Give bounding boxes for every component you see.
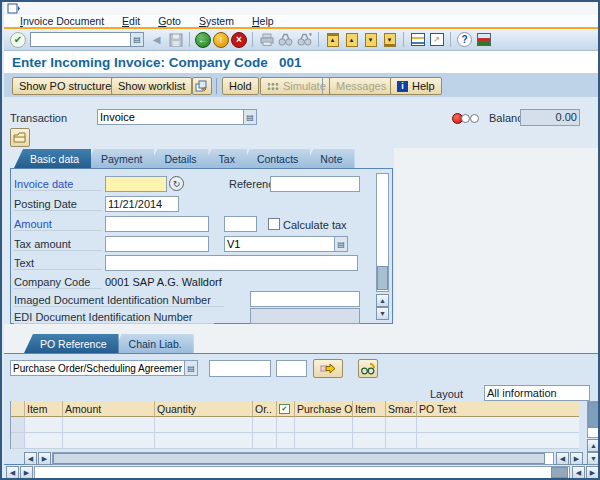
- tree-on-off-button[interactable]: [10, 128, 30, 147]
- page-up-icon[interactable]: ▲: [346, 33, 358, 47]
- posting-date-input[interactable]: [105, 196, 179, 212]
- basic-data-vscrollbar-thumb[interactable]: [377, 266, 388, 290]
- table-vscrollbar-thumb[interactable]: [588, 402, 599, 428]
- tax-amount-input[interactable]: [105, 236, 209, 252]
- edi-doc-label: EDI Document Identification Number: [14, 311, 214, 324]
- header-item2[interactable]: Item: [353, 401, 386, 417]
- adopt-button[interactable]: [313, 359, 343, 378]
- header-or[interactable]: Or..: [253, 401, 277, 417]
- transaction-input[interactable]: [97, 109, 243, 125]
- window-hscrollbar-thumb[interactable]: [551, 467, 568, 478]
- scroll-down-icon[interactable]: ▼: [376, 307, 389, 320]
- table-scroll-right-icon[interactable]: ▶: [38, 452, 51, 465]
- tab-details[interactable]: Details: [148, 149, 208, 168]
- menu-invoice-document[interactable]: Invoice Document: [20, 15, 104, 27]
- tax-code-input[interactable]: [224, 236, 334, 252]
- background-area: [394, 148, 600, 334]
- header-smar[interactable]: Smar..: [386, 401, 417, 417]
- save-icon[interactable]: [167, 31, 184, 48]
- last-page-icon[interactable]: ▼: [384, 33, 396, 47]
- reference-input[interactable]: [270, 176, 360, 192]
- back-icon[interactable]: ←: [195, 32, 211, 48]
- header-amount[interactable]: Amount: [63, 401, 155, 417]
- messages-button[interactable]: Messages: [329, 77, 393, 95]
- print-icon[interactable]: [258, 31, 275, 48]
- table-scroll-up-icon[interactable]: ▲: [587, 439, 600, 452]
- page-down-icon[interactable]: ▼: [365, 33, 377, 47]
- command-input[interactable]: [30, 32, 130, 47]
- first-page-icon[interactable]: ▲: [327, 33, 339, 47]
- po-selector-combo[interactable]: ▤: [10, 360, 198, 376]
- calculate-tax-checkbox[interactable]: [268, 218, 280, 230]
- menu-goto[interactable]: Goto: [158, 15, 181, 27]
- cancel-icon[interactable]: ×: [231, 32, 247, 48]
- exit-icon[interactable]: ↑: [213, 32, 229, 48]
- header-selection-column[interactable]: [11, 401, 25, 417]
- help-icon[interactable]: ?: [457, 32, 472, 47]
- invoice-date-input[interactable]: [105, 176, 167, 192]
- text-label: Text: [14, 257, 102, 270]
- find-icon[interactable]: [277, 31, 294, 48]
- menu-edit[interactable]: Edit: [122, 15, 140, 27]
- window-scroll-right2-icon[interactable]: ▶: [586, 466, 599, 479]
- tab-payment[interactable]: Payment: [85, 149, 154, 168]
- screen-title-bar: Enter Incoming Invoice: Company Code 001: [4, 50, 600, 73]
- tab-basic-data[interactable]: Basic data: [14, 149, 91, 168]
- window-titlebar: [4, 2, 600, 15]
- tab-tax[interactable]: Tax: [203, 149, 247, 168]
- show-po-structure-button[interactable]: Show PO structure: [12, 77, 118, 95]
- header-purchase-o[interactable]: Purchase O..: [295, 401, 353, 417]
- table-scroll-down-icon[interactable]: ▼: [587, 452, 600, 465]
- header-item[interactable]: Item: [25, 401, 63, 417]
- transaction-label: Transaction: [10, 112, 67, 124]
- transaction-dropdown-icon[interactable]: ▤: [243, 109, 257, 125]
- po-selector-dropdown-icon[interactable]: ▤: [184, 360, 198, 376]
- header-po-text[interactable]: PO Text: [417, 401, 579, 417]
- table-scroll-left2-icon[interactable]: ◀: [556, 452, 569, 465]
- worklist-detail-button[interactable]: [192, 77, 212, 95]
- tab-po-reference[interactable]: PO Reference: [24, 334, 119, 353]
- tab-contacts[interactable]: Contacts: [241, 149, 310, 168]
- help-button[interactable]: i Help: [390, 77, 442, 95]
- window-scroll-right-icon[interactable]: ▶: [20, 466, 33, 479]
- find-next-icon[interactable]: [296, 31, 313, 48]
- layout-input[interactable]: [484, 385, 590, 401]
- collapse-icon[interactable]: ◀: [148, 31, 165, 48]
- customize-icon[interactable]: [477, 33, 491, 46]
- transaction-combo[interactable]: ▤: [97, 109, 257, 125]
- company-code-value: 0001 SAP A.G. Walldorf: [105, 276, 222, 288]
- po-selector-input[interactable]: [10, 360, 184, 376]
- search-help-button[interactable]: [358, 359, 378, 378]
- show-worklist-button[interactable]: Show worklist: [111, 77, 192, 95]
- table-scroll-right2-icon[interactable]: ▶: [570, 452, 583, 465]
- table-row[interactable]: [11, 433, 579, 449]
- imaged-doc-input[interactable]: [250, 291, 360, 307]
- amount-input[interactable]: [105, 216, 209, 232]
- text-input[interactable]: [105, 255, 358, 271]
- tab-chain-liab[interactable]: Chain Liab.: [113, 334, 194, 353]
- shortcut-icon[interactable]: ↗: [430, 33, 444, 46]
- table-scroll-left-icon[interactable]: ◀: [24, 452, 37, 465]
- tab-note[interactable]: Note: [304, 149, 354, 168]
- tax-code-combo[interactable]: ▤: [224, 236, 348, 252]
- date-picker-icon[interactable]: ↻: [169, 176, 184, 191]
- enter-icon[interactable]: ✔: [10, 32, 26, 48]
- table-hscrollbar-thumb[interactable]: [53, 453, 545, 464]
- menu-help[interactable]: Help: [252, 15, 274, 27]
- new-session-icon[interactable]: [411, 33, 425, 46]
- menu-system[interactable]: System: [199, 15, 234, 27]
- hold-button[interactable]: Hold: [222, 77, 259, 95]
- po-item-input[interactable]: [276, 360, 307, 377]
- window-hscrollbar[interactable]: [34, 466, 570, 479]
- table-row[interactable]: [11, 417, 579, 433]
- window-scroll-left2-icon[interactable]: ◀: [572, 466, 585, 479]
- header-icon-column[interactable]: ✔: [277, 401, 295, 417]
- window-scroll-left-icon[interactable]: ◀: [6, 466, 19, 479]
- po-number-input[interactable]: [209, 360, 271, 377]
- adopt-arrow-icon: [320, 363, 336, 374]
- header-quantity[interactable]: Quantity: [155, 401, 253, 417]
- scroll-up-icon[interactable]: ▲: [376, 294, 389, 307]
- tax-code-dropdown-icon[interactable]: ▤: [334, 236, 348, 252]
- currency-input[interactable]: [224, 216, 257, 232]
- command-dropdown-icon[interactable]: ▤: [130, 32, 144, 47]
